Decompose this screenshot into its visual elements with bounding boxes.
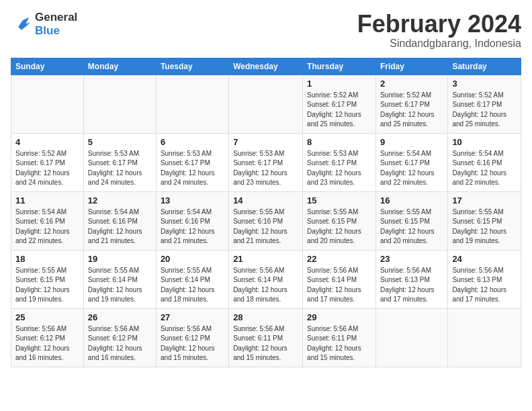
day-info: Sunrise: 5:56 AM Sunset: 6:13 PM Dayligh… — [380, 266, 443, 305]
day-number: 29 — [307, 312, 371, 322]
page-header: General Blue February 2024 Sindandgbaran… — [11, 11, 521, 50]
calendar-header-row: SundayMondayTuesdayWednesdayThursdayFrid… — [11, 58, 521, 75]
day-info: Sunrise: 5:54 AM Sunset: 6:17 PM Dayligh… — [380, 149, 443, 188]
calendar-cell: 23Sunrise: 5:56 AM Sunset: 6:13 PM Dayli… — [375, 250, 447, 308]
day-info: Sunrise: 5:55 AM Sunset: 6:15 PM Dayligh… — [452, 208, 517, 246]
header-wednesday: Wednesday — [229, 58, 303, 75]
day-number: 17 — [452, 195, 517, 205]
calendar-cell: 16Sunrise: 5:55 AM Sunset: 6:15 PM Dayli… — [375, 191, 447, 250]
day-number: 24 — [452, 254, 517, 264]
day-info: Sunrise: 5:56 AM Sunset: 6:12 PM Dayligh… — [88, 324, 152, 363]
day-number: 22 — [307, 254, 371, 264]
day-info: Sunrise: 5:52 AM Sunset: 6:17 PM Dayligh… — [380, 91, 443, 130]
calendar-table: SundayMondayTuesdayWednesdayThursdayFrid… — [11, 58, 521, 367]
day-info: Sunrise: 5:53 AM Sunset: 6:17 PM Dayligh… — [161, 149, 224, 188]
calendar-cell: 12Sunrise: 5:54 AM Sunset: 6:16 PM Dayli… — [83, 191, 156, 250]
day-info: Sunrise: 5:52 AM Sunset: 6:17 PM Dayligh… — [307, 91, 371, 130]
day-info: Sunrise: 5:56 AM Sunset: 6:12 PM Dayligh… — [15, 324, 79, 363]
location-title: Sindandgbarang, Indonesia — [357, 38, 521, 50]
day-info: Sunrise: 5:53 AM Sunset: 6:17 PM Dayligh… — [88, 149, 152, 188]
header-thursday: Thursday — [303, 58, 376, 75]
day-number: 7 — [233, 137, 298, 147]
calendar-cell: 19Sunrise: 5:55 AM Sunset: 6:14 PM Dayli… — [83, 250, 156, 308]
day-number: 5 — [88, 137, 152, 147]
day-number: 19 — [88, 254, 152, 264]
header-sunday: Sunday — [11, 58, 84, 75]
calendar-cell: 9Sunrise: 5:54 AM Sunset: 6:17 PM Daylig… — [375, 133, 447, 191]
day-number: 23 — [380, 254, 443, 264]
day-number: 1 — [307, 79, 371, 89]
day-number: 3 — [452, 79, 517, 89]
day-number: 11 — [15, 195, 79, 205]
calendar-cell: 4Sunrise: 5:52 AM Sunset: 6:17 PM Daylig… — [11, 133, 84, 191]
calendar-cell: 24Sunrise: 5:56 AM Sunset: 6:13 PM Dayli… — [448, 250, 521, 308]
calendar-cell: 26Sunrise: 5:56 AM Sunset: 6:12 PM Dayli… — [83, 308, 156, 367]
calendar-cell — [229, 75, 303, 133]
calendar-cell: 27Sunrise: 5:56 AM Sunset: 6:12 PM Dayli… — [156, 308, 228, 367]
day-number: 15 — [307, 195, 371, 205]
day-number: 12 — [88, 195, 152, 205]
day-number: 25 — [15, 312, 79, 322]
day-number: 26 — [88, 312, 152, 322]
day-info: Sunrise: 5:56 AM Sunset: 6:11 PM Dayligh… — [233, 324, 298, 363]
day-info: Sunrise: 5:53 AM Sunset: 6:17 PM Dayligh… — [307, 149, 371, 188]
logo-icon — [11, 15, 32, 34]
day-info: Sunrise: 5:52 AM Sunset: 6:17 PM Dayligh… — [452, 91, 517, 130]
calendar-cell: 13Sunrise: 5:54 AM Sunset: 6:16 PM Dayli… — [156, 191, 228, 250]
day-info: Sunrise: 5:55 AM Sunset: 6:14 PM Dayligh… — [88, 266, 152, 305]
day-number: 9 — [380, 137, 443, 147]
day-number: 13 — [161, 195, 224, 205]
title-block: February 2024 Sindandgbarang, Indonesia — [357, 11, 521, 50]
day-info: Sunrise: 5:56 AM Sunset: 6:12 PM Dayligh… — [161, 324, 224, 363]
day-info: Sunrise: 5:55 AM Sunset: 6:16 PM Dayligh… — [233, 208, 298, 246]
day-number: 2 — [380, 79, 443, 89]
day-info: Sunrise: 5:55 AM Sunset: 6:15 PM Dayligh… — [307, 208, 371, 246]
day-info: Sunrise: 5:54 AM Sunset: 6:16 PM Dayligh… — [161, 208, 224, 246]
day-number: 6 — [161, 137, 224, 147]
week-row-2: 4Sunrise: 5:52 AM Sunset: 6:17 PM Daylig… — [11, 133, 521, 191]
day-number: 18 — [15, 254, 79, 264]
week-row-4: 18Sunrise: 5:55 AM Sunset: 6:15 PM Dayli… — [11, 250, 521, 308]
svg-marker-0 — [16, 17, 30, 30]
day-number: 4 — [15, 137, 79, 147]
calendar-cell — [156, 75, 228, 133]
calendar-cell: 10Sunrise: 5:54 AM Sunset: 6:16 PM Dayli… — [448, 133, 521, 191]
day-number: 20 — [161, 254, 224, 264]
day-info: Sunrise: 5:54 AM Sunset: 6:16 PM Dayligh… — [15, 208, 79, 246]
calendar-cell — [11, 75, 84, 133]
calendar-cell — [448, 308, 521, 367]
day-number: 16 — [380, 195, 443, 205]
week-row-3: 11Sunrise: 5:54 AM Sunset: 6:16 PM Dayli… — [11, 191, 521, 250]
header-saturday: Saturday — [448, 58, 521, 75]
calendar-cell: 3Sunrise: 5:52 AM Sunset: 6:17 PM Daylig… — [448, 75, 521, 133]
header-tuesday: Tuesday — [156, 58, 228, 75]
calendar-cell: 20Sunrise: 5:55 AM Sunset: 6:14 PM Dayli… — [156, 250, 228, 308]
day-info: Sunrise: 5:56 AM Sunset: 6:13 PM Dayligh… — [452, 266, 517, 305]
day-info: Sunrise: 5:55 AM Sunset: 6:15 PM Dayligh… — [15, 266, 79, 305]
day-info: Sunrise: 5:56 AM Sunset: 6:14 PM Dayligh… — [233, 266, 298, 305]
calendar-cell: 15Sunrise: 5:55 AM Sunset: 6:15 PM Dayli… — [303, 191, 376, 250]
day-info: Sunrise: 5:55 AM Sunset: 6:15 PM Dayligh… — [380, 208, 443, 246]
logo: General Blue — [11, 11, 77, 38]
calendar-cell: 1Sunrise: 5:52 AM Sunset: 6:17 PM Daylig… — [303, 75, 376, 133]
calendar-cell: 28Sunrise: 5:56 AM Sunset: 6:11 PM Dayli… — [229, 308, 303, 367]
day-info: Sunrise: 5:52 AM Sunset: 6:17 PM Dayligh… — [15, 149, 79, 188]
header-friday: Friday — [375, 58, 447, 75]
calendar-cell: 14Sunrise: 5:55 AM Sunset: 6:16 PM Dayli… — [229, 191, 303, 250]
logo-text: General Blue — [35, 11, 77, 38]
day-number: 27 — [161, 312, 224, 322]
calendar-cell: 11Sunrise: 5:54 AM Sunset: 6:16 PM Dayli… — [11, 191, 84, 250]
day-info: Sunrise: 5:53 AM Sunset: 6:17 PM Dayligh… — [233, 149, 298, 188]
calendar-cell: 22Sunrise: 5:56 AM Sunset: 6:14 PM Dayli… — [303, 250, 376, 308]
day-info: Sunrise: 5:54 AM Sunset: 6:16 PM Dayligh… — [88, 208, 152, 246]
calendar-cell: 7Sunrise: 5:53 AM Sunset: 6:17 PM Daylig… — [229, 133, 303, 191]
calendar-cell: 29Sunrise: 5:56 AM Sunset: 6:11 PM Dayli… — [303, 308, 376, 367]
calendar-cell: 25Sunrise: 5:56 AM Sunset: 6:12 PM Dayli… — [11, 308, 84, 367]
header-monday: Monday — [83, 58, 156, 75]
day-number: 21 — [233, 254, 298, 264]
calendar-cell: 17Sunrise: 5:55 AM Sunset: 6:15 PM Dayli… — [448, 191, 521, 250]
day-info: Sunrise: 5:54 AM Sunset: 6:16 PM Dayligh… — [452, 149, 517, 188]
day-info: Sunrise: 5:56 AM Sunset: 6:11 PM Dayligh… — [307, 324, 371, 363]
calendar-cell: 5Sunrise: 5:53 AM Sunset: 6:17 PM Daylig… — [83, 133, 156, 191]
day-number: 10 — [452, 137, 517, 147]
